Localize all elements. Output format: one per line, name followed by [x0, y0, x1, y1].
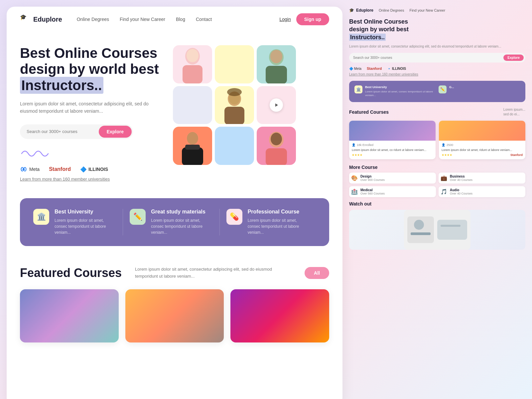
sidebar-feature-study-title: G...: [449, 85, 454, 89]
svg-rect-26: [441, 225, 461, 227]
hero-title: Best Online Courses design by world best…: [20, 45, 160, 93]
sidebar-feature-university: 🏛️ Best University Lorem ipsum dolor sit…: [354, 85, 436, 97]
sidebar-brand-name: Eduplore: [356, 8, 373, 13]
sidebar-course-card-2[interactable]: 👤 2500 Lorem ipsum dolor sit amet, ridun…: [439, 121, 525, 160]
hero-left: Best Online Courses design by world best…: [20, 45, 160, 182]
course-card-1-image: [20, 289, 119, 342]
category-medical-count: Over 560 Courses: [360, 192, 385, 195]
category-design[interactable]: 🎨 Design Over 900 Courses: [349, 173, 436, 184]
svg-rect-19: [266, 148, 287, 165]
sidebar-feature-strip: 🏛️ Best University Lorem ipsum dolor sit…: [349, 81, 525, 102]
grid-cell-7: [173, 127, 212, 165]
category-medical[interactable]: 🏥 Medical Over 560 Courses: [349, 186, 436, 197]
category-medical-text: Medical Over 560 Courses: [360, 188, 385, 195]
categories-grid: 🎨 Design Over 900 Courses 💼 Business Ove…: [349, 173, 525, 197]
sidebar-partner-illinois: 🔹 ILLINOIS: [387, 67, 406, 70]
grid-cell-4: [173, 86, 212, 124]
hero-right: [173, 45, 296, 165]
category-business[interactable]: 💼 Business Over 40 Courses: [439, 173, 525, 184]
partner-link[interactable]: Learn from more than 160 member universi…: [20, 177, 160, 182]
nav-links: Online Degrees Find your New Career Blog…: [77, 17, 272, 22]
category-business-icon: 💼: [441, 175, 447, 181]
category-audio-count: Over 40 Courses: [450, 192, 472, 195]
feature-university: 🏛️ Best University Lorem ipsum dolor sit…: [33, 209, 123, 235]
hero-title-line1: Best Online Courses: [20, 45, 157, 61]
svg-point-5: [187, 49, 199, 62]
feature-study: ✏️ Great study materials Lorem ipsum dol…: [123, 209, 219, 235]
sidebar-preview: 🎓 Eduplore Online Degrees Find your New …: [342, 0, 532, 399]
logo-icon: 🎓: [20, 14, 31, 25]
svg-point-20: [271, 133, 282, 145]
course-card-1[interactable]: [20, 289, 119, 342]
wave-decoration: [20, 147, 160, 158]
sidebar-card-1-footer: ★★★★: [352, 153, 433, 157]
watch-out-title: Watch out: [349, 201, 525, 206]
partner-meta-label: Meta: [29, 167, 40, 172]
featured-title: Featured Courses: [20, 266, 122, 280]
svg-marker-13: [275, 103, 278, 107]
category-business-count: Over 40 Courses: [450, 178, 472, 182]
featured-desc: Lorem ipsum dolor sit amet, consectetur …: [135, 266, 291, 280]
sidebar-feature-study: ✏️ G...: [439, 85, 520, 97]
sidebar-partner-stanford: Stanford: [367, 66, 382, 70]
hero-title-line3: Instructors..: [20, 77, 103, 94]
category-audio[interactable]: 🎵 Audio Over 40 Courses: [439, 186, 525, 197]
grid-cell-2: [215, 45, 254, 83]
sidebar-card-2-badge: Stanford: [510, 153, 523, 157]
grid-cell-9: [257, 127, 296, 165]
search-input[interactable]: [27, 129, 99, 134]
svg-rect-4: [183, 65, 202, 83]
sidebar-search-bar: Explore: [349, 53, 525, 63]
feature-professional-desc: Lorem ipsum dolor sit amet, consec tempo…: [248, 217, 309, 235]
svg-rect-10: [224, 107, 244, 124]
brand-name: Eduplore: [33, 16, 62, 23]
sidebar-card-2-body: 👤 2500 Lorem ipsum dolor sit amet, ridun…: [439, 141, 525, 160]
course-card-2[interactable]: [125, 289, 224, 342]
all-button[interactable]: All: [305, 267, 329, 279]
sidebar-course-card-1[interactable]: 👤 18k Enrolled Lorem ipsum dolor sit ame…: [349, 121, 436, 160]
hero-title-line2: design by world best: [20, 61, 159, 77]
sidebar-featured-desc: Lorem ipsum...sed do ei...: [503, 107, 525, 117]
explore-button[interactable]: Explore: [99, 126, 132, 138]
sidebar-partners: 🔷 Meta Stanford 🔹 ILLINOIS: [349, 66, 525, 70]
search-bar: Explore: [20, 124, 133, 139]
sidebar-card-1-stars: ★★★★: [352, 153, 362, 157]
feature-university-icon: 🏛️: [33, 209, 49, 225]
partners-row: Meta Stanford 🔷 ILLINOIS: [20, 166, 160, 173]
featured-section: Featured Courses Lorem ipsum dolor sit a…: [7, 253, 342, 349]
partner-illinois-label: ILLINOIS: [88, 167, 108, 172]
sidebar-hero: Best Online Courses design by world best…: [349, 18, 525, 76]
features-strip: 🏛️ Best University Lorem ipsum dolor sit…: [20, 198, 329, 246]
more-courses-section: More Course 🎨 Design Over 900 Courses 💼 …: [349, 165, 525, 197]
category-design-name: Design: [360, 175, 385, 178]
sidebar-nav-new-career: Find your New Career: [409, 8, 445, 12]
feature-professional: 💊 Professional Course Lorem ipsum dolor …: [220, 209, 316, 235]
nav-online-degrees[interactable]: Online Degrees: [77, 17, 109, 22]
sidebar-card-2-image: [439, 121, 525, 141]
nav-new-career[interactable]: Find your New Career: [120, 17, 165, 22]
play-button[interactable]: [270, 98, 283, 112]
sidebar-featured-header: Featured Courses Lorem ipsum...sed do ei…: [349, 107, 525, 117]
course-cards-container: [20, 289, 329, 342]
image-grid: [173, 45, 296, 165]
nav-contact[interactable]: Contact: [196, 17, 212, 22]
grid-cell-3: [257, 45, 296, 83]
sidebar-feature-university-desc: Lorem ipsum dolor sit amet, consec tempo…: [365, 90, 436, 97]
sidebar-card-1-enrolled: 👤 18k Enrolled: [352, 143, 433, 147]
course-card-3[interactable]: [230, 289, 329, 342]
sidebar-explore-button[interactable]: Explore: [503, 55, 524, 61]
partner-stanford: Stanford: [49, 166, 71, 172]
feature-professional-icon: 💊: [226, 209, 242, 225]
sidebar-partner-link[interactable]: Learn from more than 160 member universi…: [349, 72, 525, 76]
category-design-text: Design Over 900 Courses: [360, 175, 385, 182]
signup-button[interactable]: Sign up: [296, 13, 329, 25]
hero-section: Best Online Courses design by world best…: [7, 32, 342, 192]
sidebar-course-cards: 👤 18k Enrolled Lorem ipsum dolor sit ame…: [349, 121, 525, 160]
sidebar-card-2-stars: ★★★★: [442, 153, 452, 157]
category-audio-name: Audio: [450, 188, 472, 192]
sidebar-search-input[interactable]: [353, 56, 503, 60]
login-button[interactable]: Login: [279, 17, 291, 22]
sidebar-partner-meta: 🔷 Meta: [349, 67, 361, 70]
svg-rect-15: [182, 147, 203, 165]
nav-blog[interactable]: Blog: [176, 17, 185, 22]
